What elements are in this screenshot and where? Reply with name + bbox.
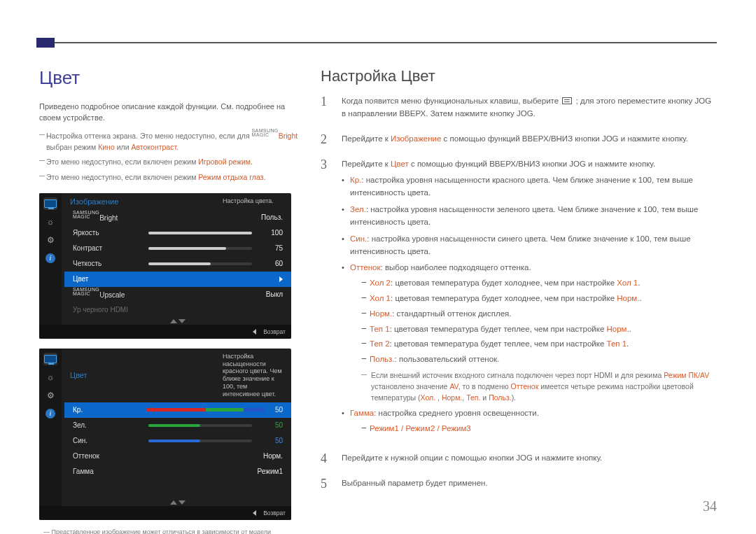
osd-footer: Возврат (39, 325, 291, 339)
bullet-tone: Оттенок: выбор наиболее подходящего отте… (342, 262, 717, 403)
osd-footer: Возврат (39, 506, 291, 520)
row-sharpness[interactable]: Четкость 60 (64, 256, 291, 272)
red-bar (147, 408, 265, 412)
left-column: Цвет Приведено подробное описание каждой… (39, 67, 298, 534)
image-disclaimer: Представленное изображение может отличат… (43, 528, 298, 534)
step-1: 1 Когда появится меню функциональных кла… (321, 95, 717, 120)
page: Цвет Приведено подробное описание каждой… (0, 0, 756, 534)
arrow-left-icon[interactable] (253, 329, 256, 335)
arrow-down-icon (178, 500, 186, 505)
note-1: Настройка оттенка экрана. Это меню недос… (46, 131, 298, 153)
intro-text: Приведено подробное описание каждой функ… (39, 101, 298, 124)
row-red[interactable]: Кр. 50 (64, 402, 291, 418)
step-5: 5 Выбранный параметр будет применен. (321, 477, 717, 490)
row-brightness[interactable]: Яркость 100 (64, 225, 291, 241)
step-4: 4 Перейдите к нужной опции с помощью кно… (321, 452, 717, 465)
bullet-green: Зел.: настройка уровня насыщенности зеле… (342, 204, 717, 229)
monitor-icon[interactable] (43, 353, 57, 365)
page-number: 34 (703, 498, 717, 514)
row-gamma[interactable]: Гамма Режим1 (64, 464, 291, 479)
row-tone[interactable]: Оттенок Норм. (64, 449, 291, 464)
return-label[interactable]: Возврат (263, 510, 286, 517)
up-down-arrows[interactable] (39, 499, 291, 506)
osd-panel-image: Изображение Настройка цвета. SAMSUNGMAGI… (39, 193, 291, 339)
row-magic-bright[interactable]: SAMSUNGMAGICBright Польз. (64, 210, 291, 225)
osd-desc: Настройка насыщенности красного цвета. Ч… (223, 353, 284, 398)
arrow-down-icon (178, 319, 186, 323)
gear-icon[interactable] (43, 389, 57, 402)
osd-desc: Настройка цвета. (223, 197, 284, 205)
row-blue[interactable]: Син. 50 (64, 433, 291, 449)
right-column: Настройка Цвет 1 Когда появится меню фун… (321, 67, 717, 534)
note-3: Это меню недоступно, если включен режим … (46, 172, 298, 183)
notes: Настройка оттенка экрана. Это меню недос… (39, 131, 298, 183)
hdmi-note: Если внешний источник входного сигнала п… (361, 370, 717, 403)
section-heading-setup-color: Настройка Цвет (321, 67, 717, 85)
step-3: 3 Перейдите к Цвет с помощью функций ВВЕ… (321, 158, 717, 440)
arrow-up-icon (170, 319, 177, 323)
menu-icon (562, 97, 572, 104)
arrow-up-icon (170, 500, 177, 505)
bullet-blue: Син.: настройка уровня насыщенности сине… (342, 233, 717, 258)
section-heading-color: Цвет (39, 67, 298, 89)
brightness-icon[interactable] (43, 371, 57, 384)
two-column-layout: Цвет Приведено подробное описание каждой… (39, 67, 717, 534)
row-upscale[interactable]: SAMSUNGMAGICUpscale Выкл (64, 287, 291, 302)
step-2: 2 Перейдите к Изображение с помощью функ… (321, 133, 717, 146)
bullet-gamma: Гамма: настройка среднего уровня освещен… (342, 407, 717, 435)
osd-title: Цвет (70, 371, 88, 379)
row-color-selected[interactable]: Цвет (64, 272, 291, 287)
osd-panel-color: Цвет Настройка насыщенности красного цве… (39, 349, 291, 520)
monitor-icon[interactable] (43, 197, 57, 210)
osd-title: Изображение (70, 197, 118, 206)
row-contrast[interactable]: Контраст 75 (64, 241, 291, 256)
top-rule (39, 42, 717, 43)
note-2: Это меню недоступно, если включен режим … (46, 157, 298, 168)
row-hdmi-black: Ур черного HDMI (64, 302, 291, 318)
samsung-magic-prefix: SAMSUNGMAGIC (252, 129, 279, 137)
steps-list: 1 Когда появится меню функциональных кла… (321, 95, 717, 490)
chevron-right-icon (279, 276, 283, 282)
up-down-arrows[interactable] (39, 318, 291, 325)
arrow-left-icon[interactable] (253, 510, 256, 516)
return-label[interactable]: Возврат (263, 328, 286, 335)
row-green[interactable]: Зел. 50 (64, 418, 291, 433)
bullet-red: Кр.: настройка уровня насыщенности красн… (342, 174, 717, 199)
